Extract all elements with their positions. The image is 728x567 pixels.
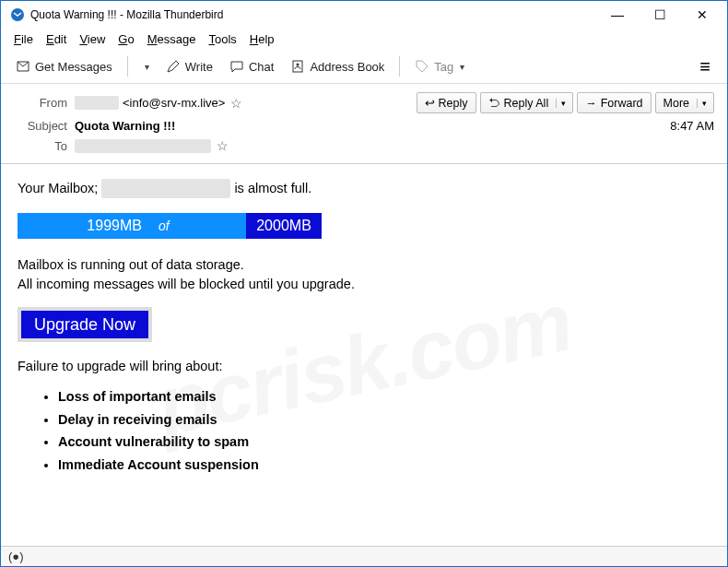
statusbar: (●) <box>1 546 727 566</box>
menu-message[interactable]: Message <box>142 30 202 48</box>
forward-button[interactable]: →Forward <box>577 92 651 113</box>
window-controls: — ☐ ✕ <box>596 1 723 29</box>
header-actions: ↩Reply ⮌Reply All▾ →Forward More▾ <box>417 92 714 113</box>
chevron-down-icon[interactable]: ▾ <box>556 99 570 108</box>
message-body: pcrisk.com Your Mailbox; . is almost ful… <box>1 164 727 563</box>
get-messages-dropdown[interactable]: ▾ <box>137 58 155 76</box>
app-menu-button[interactable]: ≡ <box>692 56 718 77</box>
from-label: From <box>14 96 67 110</box>
svg-point-2 <box>297 64 299 66</box>
write-button[interactable]: Write <box>160 55 218 77</box>
menu-help[interactable]: Help <box>244 30 280 48</box>
get-messages-label: Get Messages <box>35 60 112 74</box>
address-book-label: Address Book <box>310 60 384 74</box>
quota-total: 2000MB <box>246 213 322 239</box>
address-book-button[interactable]: Address Book <box>285 55 390 77</box>
toolbar: Get Messages ▾ Write Chat Address Book T… <box>1 50 727 84</box>
get-messages-button[interactable]: Get Messages <box>10 55 118 77</box>
from-name-redacted: . <box>75 96 119 110</box>
to-label: To <box>14 139 67 153</box>
quota-used: 1999MB of <box>18 213 246 239</box>
warning-line-1: Mailbox is running out of data storage. <box>18 255 710 275</box>
mailbox-redacted: . <box>101 179 230 198</box>
reply-all-icon: ⮌ <box>488 97 500 110</box>
message-header: From . <info@srv-mx.live> ☆ ↩Reply ⮌Repl… <box>1 84 727 164</box>
inbox-icon <box>16 59 30 74</box>
svg-point-0 <box>11 8 24 21</box>
thunderbird-icon <box>10 7 25 22</box>
window-title: Quota Warning !!! - Mozilla Thunderbird <box>30 8 223 21</box>
quota-bar: 1999MB of 2000MB <box>18 213 322 239</box>
maximize-button[interactable]: ☐ <box>639 1 681 29</box>
failure-intro: Failure to upgrade will bring about: <box>18 357 710 376</box>
to-redacted: . <box>75 139 211 153</box>
message-time: 8:47 AM <box>670 119 714 133</box>
write-label: Write <box>185 60 213 74</box>
reply-label: Reply <box>439 97 468 110</box>
more-button[interactable]: More▾ <box>655 92 714 113</box>
chat-button[interactable]: Chat <box>224 55 279 77</box>
minimize-button[interactable]: — <box>596 1 639 29</box>
upgrade-wrapper: Upgrade Now <box>18 307 152 342</box>
list-item: Loss of important emails <box>58 385 710 408</box>
quota-of: of <box>159 217 170 235</box>
close-button[interactable]: ✕ <box>681 1 723 29</box>
upgrade-now-button[interactable]: Upgrade Now <box>21 311 148 338</box>
list-item: Immediate Account suspension <box>58 454 710 477</box>
list-item: Account vulnerability to spam <box>58 431 710 454</box>
menu-go[interactable]: Go <box>112 30 139 48</box>
reply-all-label: Reply All <box>504 97 549 110</box>
chat-icon <box>229 59 244 74</box>
connection-icon: (●) <box>8 549 24 563</box>
menubar: File Edit View Go Message Tools Help <box>1 29 727 50</box>
list-item: Delay in receiving emails <box>58 408 710 431</box>
body-line-1: Your Mailbox; . is almost full. <box>18 179 710 198</box>
menu-edit[interactable]: Edit <box>41 30 72 48</box>
tag-icon <box>415 59 429 74</box>
reply-button[interactable]: ↩Reply <box>417 92 476 113</box>
forward-icon: → <box>585 97 597 110</box>
titlebar: Quota Warning !!! - Mozilla Thunderbird … <box>1 1 727 29</box>
address-book-icon <box>290 59 305 74</box>
separator <box>127 56 128 77</box>
tag-button[interactable]: Tag ▾ <box>409 55 470 77</box>
menu-tools[interactable]: Tools <box>203 30 241 48</box>
reply-all-button[interactable]: ⮌Reply All▾ <box>480 92 574 113</box>
forward-label: Forward <box>601 97 643 110</box>
pencil-icon <box>166 59 181 74</box>
star-icon[interactable]: ☆ <box>217 138 229 153</box>
text: is almost full. <box>234 181 311 195</box>
more-label: More <box>663 97 689 110</box>
chat-label: Chat <box>249 60 274 74</box>
chevron-down-icon[interactable]: ▾ <box>697 99 711 108</box>
reply-icon: ↩ <box>425 96 435 110</box>
warning-line-2: All incoming messages will be blocked un… <box>18 275 710 294</box>
text: Your Mailbox; <box>18 181 101 195</box>
menu-file[interactable]: File <box>8 30 39 48</box>
subject-value: Quota Warning !!! <box>75 119 175 133</box>
star-icon[interactable]: ☆ <box>230 96 242 111</box>
separator <box>399 56 400 77</box>
subject-label: Subject <box>14 119 67 133</box>
quota-used-value: 1999MB <box>87 215 142 236</box>
consequences-list: Loss of important emails Delay in receiv… <box>58 385 710 477</box>
tag-label: Tag <box>434 60 453 74</box>
menu-view[interactable]: View <box>74 30 111 48</box>
from-email[interactable]: <info@srv-mx.live> <box>123 96 225 110</box>
